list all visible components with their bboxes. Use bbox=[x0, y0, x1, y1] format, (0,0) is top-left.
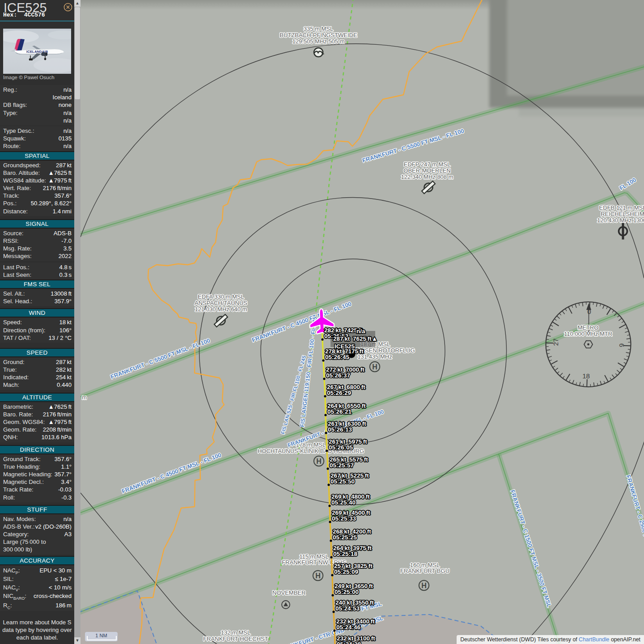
svg-text:EDFA 330 m MSL: EDFA 330 m MSL bbox=[198, 293, 244, 300]
svg-text:FRANKFURT BGU: FRANKFURT BGU bbox=[400, 568, 449, 574]
svg-text:05:25:50: 05:25:50 bbox=[330, 478, 355, 485]
svg-text:05:25:00: 05:25:00 bbox=[335, 589, 359, 595]
svg-text:H: H bbox=[421, 582, 427, 589]
svg-text:18: 18 bbox=[582, 372, 590, 380]
svg-text:05:24:53: 05:24:53 bbox=[335, 605, 360, 612]
svg-text:287 kt 7625 ft▲: 287 kt 7625 ft▲ bbox=[333, 335, 377, 342]
svg-text:120.430 MHz 1300: 120.430 MHz 1300 bbox=[597, 217, 644, 224]
svg-text:H: H bbox=[372, 363, 377, 371]
svg-text:EDFB 121 m MSL: EDFB 121 m MSL bbox=[599, 204, 644, 211]
svg-text:NOVEMBER: NOVEMBER bbox=[272, 589, 305, 596]
svg-text:05:24:38: 05:24:38 bbox=[337, 641, 361, 644]
svg-text:122.340 MHz 808 m: 122.340 MHz 808 m bbox=[401, 174, 453, 180]
svg-text:BUTZBACH-PFINGSTWEIDE: BUTZBACH-PFINGSTWEIDE bbox=[280, 32, 357, 38]
svg-text:H: H bbox=[316, 458, 322, 465]
svg-text:05:25:09: 05:25:09 bbox=[334, 568, 358, 575]
svg-text:129.505 MHz 505 m: 129.505 MHz 505 m bbox=[292, 38, 344, 45]
svg-text:H: H bbox=[315, 572, 321, 580]
svg-text:05:25:18: 05:25:18 bbox=[333, 551, 358, 557]
svg-text:05:25:25: 05:25:25 bbox=[333, 534, 357, 541]
svg-text:6: 6 bbox=[618, 343, 626, 347]
svg-text:132 m MSL: 132 m MSL bbox=[221, 629, 250, 636]
svg-text:05:25:33: 05:25:33 bbox=[332, 515, 356, 522]
svg-text:05:26:13: 05:26:13 bbox=[328, 426, 352, 433]
svg-text:FRANKFURT HOECHST: FRANKFURT HOECHST bbox=[203, 636, 268, 642]
svg-text:05:26:29: 05:26:29 bbox=[327, 390, 351, 396]
svg-text:n/a: n/a bbox=[356, 328, 365, 335]
svg-text:m: m bbox=[82, 394, 87, 401]
svg-text:05:24:46: 05:24:46 bbox=[336, 624, 361, 631]
svg-text:0: 0 bbox=[587, 308, 591, 315]
svg-text:ANSPACH/TAUNUS: ANSPACH/TAUNUS bbox=[195, 300, 247, 306]
svg-text:05:25:40: 05:25:40 bbox=[331, 499, 356, 506]
svg-text:335 m MSL: 335 m MSL bbox=[304, 25, 333, 32]
svg-text:05:26:05: 05:26:05 bbox=[329, 444, 353, 451]
svg-text:ICE525: ICE525 bbox=[335, 343, 355, 350]
svg-text:METRO: METRO bbox=[578, 324, 599, 331]
svg-text:121.030 MHz 640 m: 121.030 MHz 640 m bbox=[195, 306, 247, 313]
svg-text:05:26:45: 05:26:45 bbox=[325, 354, 350, 360]
svg-text:05:26:21: 05:26:21 bbox=[327, 408, 352, 415]
svg-text:OBER-MOERLEN: OBER-MOERLEN bbox=[403, 167, 450, 174]
svg-text:110.000 MHz MTR: 110.000 MHz MTR bbox=[564, 330, 612, 337]
svg-text:05:26:37: 05:26:37 bbox=[326, 372, 350, 379]
svg-text:EDFP 247 m MSL: EDFP 247 m MSL bbox=[404, 161, 451, 168]
svg-text:REICHELSHEIM: REICHELSHEIM bbox=[601, 211, 644, 217]
svg-text:05:25:57: 05:25:57 bbox=[330, 462, 354, 469]
svg-text:27: 27 bbox=[552, 339, 559, 346]
